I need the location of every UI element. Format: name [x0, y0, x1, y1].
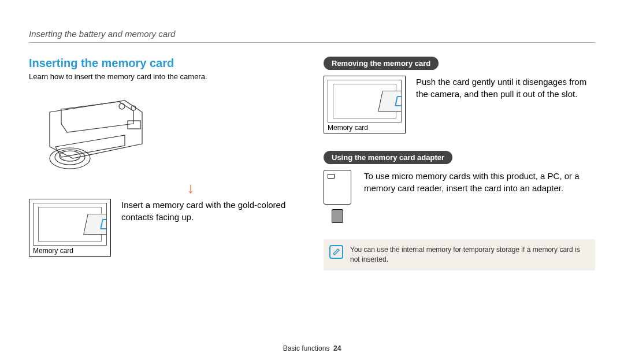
camera-illustration [32, 89, 154, 181]
adapter-instruction: To use micro memory cards with this prod… [364, 170, 595, 194]
adapter-illustration [324, 170, 354, 222]
left-column: Inserting the memory card Learn how to i… [29, 57, 300, 270]
right-column: Removing the memory card Memory card Pus… [324, 57, 595, 270]
note-text: You can use the internal memory for temp… [350, 246, 580, 263]
content-columns: Inserting the memory card Learn how to i… [29, 57, 595, 270]
arrow-down-icon: ↓ [81, 180, 300, 195]
sd-adapter-icon [324, 170, 351, 205]
removing-instruction: Push the card gently until it disengages… [416, 76, 595, 100]
slot-graphic [328, 80, 402, 122]
note-box: You can use the internal memory for temp… [324, 239, 595, 270]
note-icon [329, 245, 343, 259]
adapter-row: To use micro memory cards with this prod… [324, 170, 595, 222]
removing-pill: Removing the memory card [324, 57, 439, 70]
section-title: Inserting the memory card [29, 57, 300, 70]
page-header-breadcrumb: Inserting the battery and memory card [29, 29, 595, 39]
insert-instruction: Insert a memory card with the gold-color… [121, 199, 300, 223]
slot-graphic [33, 203, 107, 246]
svg-rect-3 [128, 121, 140, 129]
camera-line-art [32, 89, 154, 181]
footer-page-number: 24 [333, 344, 341, 352]
sd-card-icon [378, 91, 402, 112]
svg-point-4 [119, 103, 125, 109]
micro-sd-icon [332, 209, 343, 223]
insert-slot-row: Memory card Insert a memory card with th… [29, 199, 300, 257]
sd-card-icon [83, 214, 107, 235]
adapter-pill: Using the memory card adapter [324, 151, 452, 164]
footer-section: Basic functions [283, 344, 330, 352]
page-footer: Basic functions 24 [0, 344, 624, 352]
section-description: Learn how to insert the memory card into… [29, 72, 300, 81]
removing-row: Memory card Push the card gently until i… [324, 76, 595, 133]
removing-slot-caption: Memory card [328, 124, 402, 132]
slot-caption: Memory card [33, 247, 107, 255]
header-rule [29, 42, 595, 43]
removing-slot-figure: Memory card [324, 76, 406, 133]
memory-slot-figure: Memory card [29, 199, 111, 257]
svg-point-2 [60, 151, 80, 161]
